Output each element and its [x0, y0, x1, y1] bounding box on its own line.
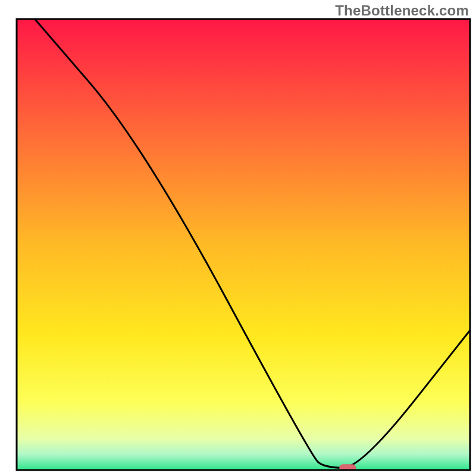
chart-container: TheBottleneck.com: [0, 0, 476, 476]
watermark-text: TheBottleneck.com: [335, 2, 469, 19]
bottleneck-chart: [0, 0, 476, 476]
gradient-background: [17, 19, 470, 470]
